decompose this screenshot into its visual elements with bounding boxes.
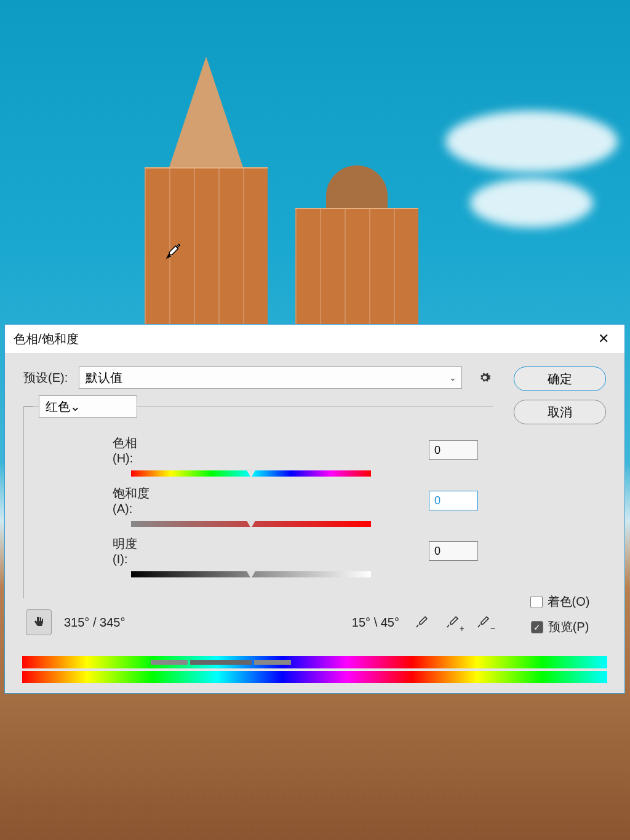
colorize-label: 着色(O)	[548, 593, 590, 610]
hue-saturation-dialog: 色相/饱和度 ✕ 预设(E): 默认值 ⌄ 红色 ⌄	[4, 324, 625, 694]
saturation-label: 饱和度(A):	[39, 485, 150, 516]
lightness-slider[interactable]	[131, 571, 371, 577]
color-range-value: 红色	[46, 398, 70, 415]
eyedropper-icon[interactable]	[412, 612, 431, 632]
close-button[interactable]: ✕	[591, 327, 616, 351]
dialog-title: 色相/饱和度	[14, 331, 79, 347]
slider-thumb[interactable]	[246, 469, 256, 478]
slider-thumb[interactable]	[246, 520, 256, 528]
eyedropper-add-icon[interactable]: +	[442, 612, 462, 632]
saturation-input[interactable]: 0	[429, 491, 478, 510]
range-right-text: 15° \ 45°	[352, 616, 399, 630]
slider-thumb[interactable]	[246, 570, 256, 579]
gear-icon[interactable]	[477, 370, 493, 386]
cloud-decoration	[445, 111, 618, 172]
scrubby-hand-button[interactable]	[26, 609, 52, 635]
hue-slider[interactable]	[131, 470, 371, 477]
cloud-decoration	[470, 178, 593, 228]
colorize-checkbox[interactable]	[530, 596, 543, 608]
lightness-input[interactable]: 0	[429, 541, 478, 561]
preview-label: 预览(P)	[548, 619, 589, 635]
spectrum-bars	[22, 656, 607, 683]
range-left-text: 315° / 345°	[64, 616, 125, 630]
hue-label: 色相(H):	[39, 435, 150, 466]
eyedropper-cursor	[162, 242, 183, 263]
cancel-button[interactable]: 取消	[514, 400, 606, 424]
saturation-slider[interactable]	[131, 521, 371, 527]
spectrum-bottom	[22, 671, 607, 683]
eyedropper-subtract-icon[interactable]: −	[473, 612, 493, 632]
chevron-down-icon: ⌄	[70, 399, 81, 414]
chevron-down-icon: ⌄	[449, 373, 457, 382]
spectrum-top[interactable]	[22, 656, 607, 668]
lightness-label: 明度(I):	[39, 536, 150, 566]
tower-decoration	[145, 34, 268, 330]
tower-decoration	[295, 108, 418, 330]
preview-checkbox[interactable]: ✓	[531, 621, 543, 633]
ok-button[interactable]: 确定	[514, 367, 606, 391]
preset-value: 默认值	[86, 370, 122, 386]
preview-checkbox-row[interactable]: ✓ 预览(P)	[531, 619, 589, 635]
color-range-dropdown[interactable]: 红色 ⌄	[39, 395, 137, 418]
preset-label: 预设(E):	[23, 370, 68, 386]
dialog-titlebar[interactable]: 色相/饱和度 ✕	[5, 325, 624, 353]
colorize-checkbox-row[interactable]: 着色(O)	[530, 593, 590, 610]
hue-input[interactable]: 0	[429, 440, 478, 460]
range-markers[interactable]	[151, 656, 385, 668]
preset-dropdown[interactable]: 默认值 ⌄	[79, 367, 462, 389]
